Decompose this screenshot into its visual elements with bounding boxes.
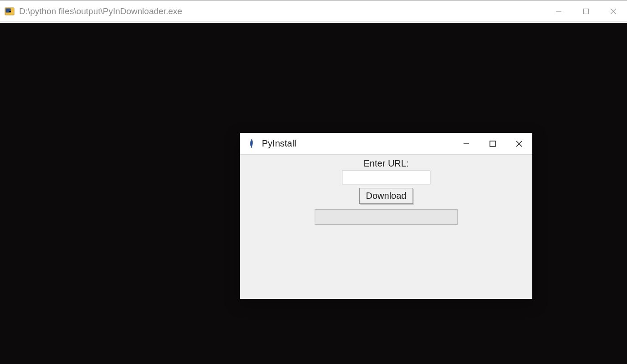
maximize-button[interactable] [479,133,506,155]
svg-rect-10 [490,141,495,147]
pyinstall-window-controls [453,133,532,154]
app-icon [5,6,15,16]
minimize-button[interactable] [545,1,572,22]
close-button[interactable] [600,1,627,22]
url-input[interactable] [342,171,430,184]
console-titlebar: D:\python files\output\PyInDownloader.ex… [0,1,627,22]
console-window: D:\python files\output\PyInDownloader.ex… [0,0,627,364]
minimize-button[interactable] [453,133,479,155]
download-button[interactable]: Download [359,188,413,204]
svg-rect-3 [9,11,11,12]
pyinstall-title: PyInstall [262,138,453,149]
pyinstall-titlebar: PyInstall [240,133,532,155]
maximize-button[interactable] [572,1,600,22]
close-button[interactable] [506,133,532,155]
url-label: Enter URL: [364,158,409,169]
pyinstall-body: Enter URL: Download [240,155,532,299]
pyinstall-window: PyInstall Enter URL: Download [240,133,532,299]
feather-icon [247,138,256,149]
console-window-controls [545,1,627,21]
svg-rect-5 [584,9,589,14]
console-title: D:\python files\output\PyInDownloader.ex… [19,6,545,16]
progress-bar [315,209,458,225]
